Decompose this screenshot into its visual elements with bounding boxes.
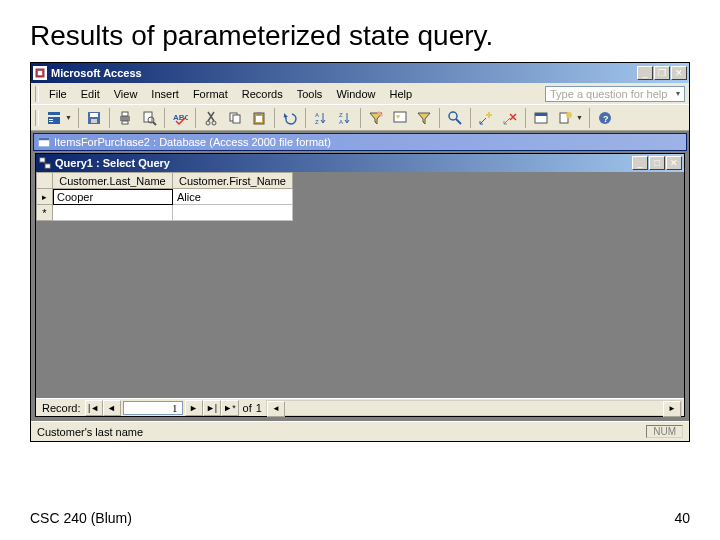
row-selector-new[interactable]: *: [37, 205, 53, 221]
child-minimize-button[interactable]: _: [632, 156, 648, 170]
toolbar: ▼ ABC AZ ZA ▼ ?: [31, 105, 689, 131]
svg-point-13: [206, 121, 210, 125]
svg-rect-2: [49, 121, 53, 122]
cell-lastname[interactable]: Cooper: [53, 189, 173, 205]
child-maximize-button[interactable]: □: [649, 156, 665, 170]
svg-rect-36: [45, 164, 50, 168]
query-datasheet-window: Query1 : Select Query _ □ ✕ Customer.Las…: [35, 153, 685, 417]
find-button[interactable]: [444, 107, 466, 129]
svg-text:A: A: [315, 112, 319, 118]
svg-text:Z: Z: [315, 119, 319, 125]
query-icon: [38, 156, 52, 170]
database-window-titlebar[interactable]: ItemsForPurchase2 : Database (Access 200…: [33, 133, 687, 151]
database-window-button[interactable]: [530, 107, 552, 129]
sort-asc-button[interactable]: AZ: [310, 107, 332, 129]
child-close-button[interactable]: ✕: [666, 156, 682, 170]
menu-edit[interactable]: Edit: [75, 86, 106, 102]
spellcheck-button[interactable]: ABC: [169, 107, 191, 129]
cell-empty[interactable]: [173, 205, 293, 221]
cell-empty[interactable]: [53, 205, 173, 221]
svg-rect-35: [40, 158, 45, 162]
copy-button[interactable]: [224, 107, 246, 129]
undo-button[interactable]: [279, 107, 301, 129]
svg-point-25: [449, 112, 457, 120]
paste-button[interactable]: [248, 107, 270, 129]
svg-line-26: [456, 119, 461, 124]
record-navigator: Record: |◄ ◄ ► ►| ►* of 1: [36, 398, 684, 416]
apply-filter-button[interactable]: [413, 107, 435, 129]
record-total: 1: [256, 402, 262, 414]
select-all-corner[interactable]: [37, 173, 53, 189]
app-window-controls: _ ❐ ✕: [637, 66, 687, 80]
mdi-client-area: ItemsForPurchase2 : Database (Access 200…: [31, 131, 689, 421]
svg-rect-24: [394, 112, 406, 122]
datasheet[interactable]: Customer.Last_Name Customer.First_Name ▸…: [36, 172, 684, 221]
query-window-title: Query1 : Select Query: [55, 157, 632, 169]
view-button[interactable]: [43, 107, 65, 129]
record-number-input[interactable]: [123, 401, 183, 415]
record-of-label: of: [239, 402, 256, 414]
access-app-window: Microsoft Access _ ❐ ✕ File Edit View In…: [30, 62, 690, 442]
menu-help[interactable]: Help: [384, 86, 419, 102]
query-titlebar[interactable]: Query1 : Select Query _ □ ✕: [36, 154, 684, 172]
nav-prev-button[interactable]: ◄: [103, 400, 121, 416]
svg-rect-1: [49, 119, 53, 120]
status-numlock: NUM: [646, 425, 683, 438]
delete-record-button[interactable]: [499, 107, 521, 129]
record-label: Record:: [38, 402, 85, 414]
restore-button[interactable]: ❐: [654, 66, 670, 80]
menu-window[interactable]: Window: [330, 86, 381, 102]
cell-firstname[interactable]: Alice: [173, 189, 293, 205]
close-button[interactable]: ✕: [671, 66, 687, 80]
menu-format[interactable]: Format: [187, 86, 234, 102]
nav-next-button[interactable]: ►: [185, 400, 203, 416]
cut-button[interactable]: [200, 107, 222, 129]
svg-rect-34: [39, 138, 50, 141]
table-row-new[interactable]: *: [37, 205, 293, 221]
footer-left: CSC 240 (Blum): [30, 510, 132, 526]
menu-records[interactable]: Records: [236, 86, 289, 102]
nav-last-button[interactable]: ►|: [203, 400, 221, 416]
chevron-down-icon[interactable]: ▼: [65, 114, 72, 121]
table-row[interactable]: ▸ Cooper Alice: [37, 189, 293, 205]
svg-rect-7: [122, 112, 128, 116]
minimize-button[interactable]: _: [637, 66, 653, 80]
menu-insert[interactable]: Insert: [145, 86, 185, 102]
slide-title: Results of parameterized state query.: [0, 0, 720, 60]
nav-first-button[interactable]: |◄: [85, 400, 103, 416]
print-preview-button[interactable]: [138, 107, 160, 129]
svg-rect-16: [233, 115, 240, 123]
sort-desc-button[interactable]: ZA: [334, 107, 356, 129]
menu-view[interactable]: View: [108, 86, 144, 102]
svg-rect-18: [257, 112, 261, 115]
svg-rect-6: [120, 116, 130, 121]
help-search-box[interactable]: Type a question for help ▾: [545, 86, 685, 102]
statusbar: Customer's last name NUM: [31, 421, 689, 441]
help-button[interactable]: ?: [594, 107, 616, 129]
chevron-down-icon: ▾: [676, 89, 680, 98]
row-selector-current[interactable]: ▸: [37, 189, 53, 205]
column-header-lastname[interactable]: Customer.Last_Name: [53, 173, 173, 189]
svg-text:ABC: ABC: [173, 113, 188, 122]
datasheet-empty-area: [36, 221, 684, 398]
save-button[interactable]: [83, 107, 105, 129]
menubar-grip-icon[interactable]: [35, 86, 39, 102]
status-text: Customer's last name: [37, 426, 143, 438]
filter-form-button[interactable]: [389, 107, 411, 129]
chevron-down-icon[interactable]: ▼: [576, 114, 583, 121]
new-record-button[interactable]: [475, 107, 497, 129]
svg-text:?: ?: [603, 114, 609, 124]
menu-tools[interactable]: Tools: [291, 86, 329, 102]
filter-selection-button[interactable]: [365, 107, 387, 129]
database-window-title: ItemsForPurchase2 : Database (Access 200…: [54, 136, 683, 148]
svg-rect-19: [256, 116, 262, 122]
print-button[interactable]: [114, 107, 136, 129]
svg-point-30: [566, 112, 572, 118]
new-object-button[interactable]: [554, 107, 576, 129]
svg-line-11: [153, 122, 156, 125]
horizontal-scrollbar[interactable]: [266, 400, 682, 416]
toolbar-grip-icon[interactable]: [35, 110, 39, 126]
nav-new-button[interactable]: ►*: [221, 400, 239, 416]
menu-file[interactable]: File: [43, 86, 73, 102]
column-header-firstname[interactable]: Customer.First_Name: [173, 173, 293, 189]
